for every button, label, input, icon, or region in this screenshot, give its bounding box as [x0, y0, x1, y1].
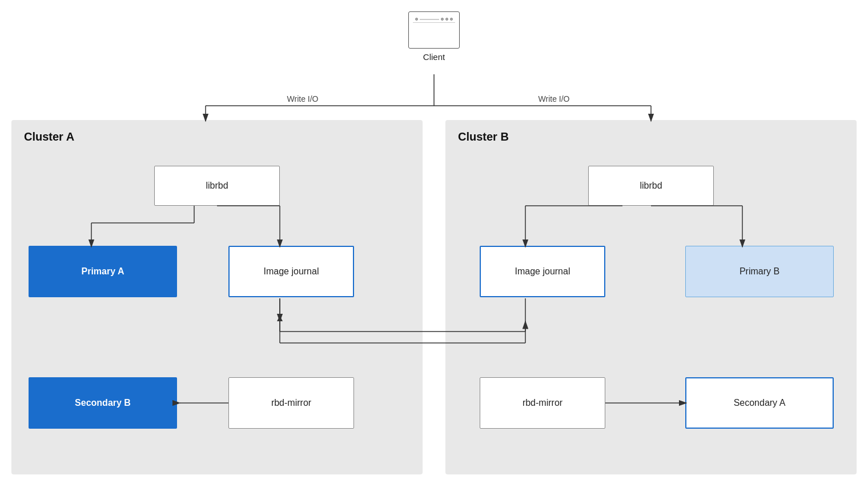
image-journal-a: Image journal: [228, 246, 354, 297]
secondary-b: Secondary B: [29, 377, 177, 429]
cluster-b: Cluster B librbd Image journal Primary B…: [445, 120, 857, 474]
cluster-a: Cluster A librbd Primary A Image journal…: [11, 120, 423, 474]
rbd-mirror-b: rbd-mirror: [480, 377, 605, 429]
primary-b: Primary B: [685, 246, 834, 297]
librbd-a: librbd: [154, 166, 280, 206]
cluster-b-title: Cluster B: [458, 130, 509, 143]
client-node: Client: [408, 11, 460, 62]
secondary-a: Secondary A: [685, 377, 834, 429]
client-label: Client: [423, 52, 445, 62]
rbd-mirror-a: rbd-mirror: [228, 377, 354, 429]
client-icon: [408, 11, 460, 49]
primary-a: Primary A: [29, 246, 177, 297]
image-journal-b: Image journal: [480, 246, 605, 297]
write-io-right-label: Write I/O: [539, 94, 570, 103]
cluster-a-title: Cluster A: [24, 130, 74, 143]
write-io-left-label: Write I/O: [287, 94, 319, 103]
diagram: Client Cluster A librbd Primary A Image …: [0, 0, 868, 491]
librbd-b: librbd: [588, 166, 714, 206]
